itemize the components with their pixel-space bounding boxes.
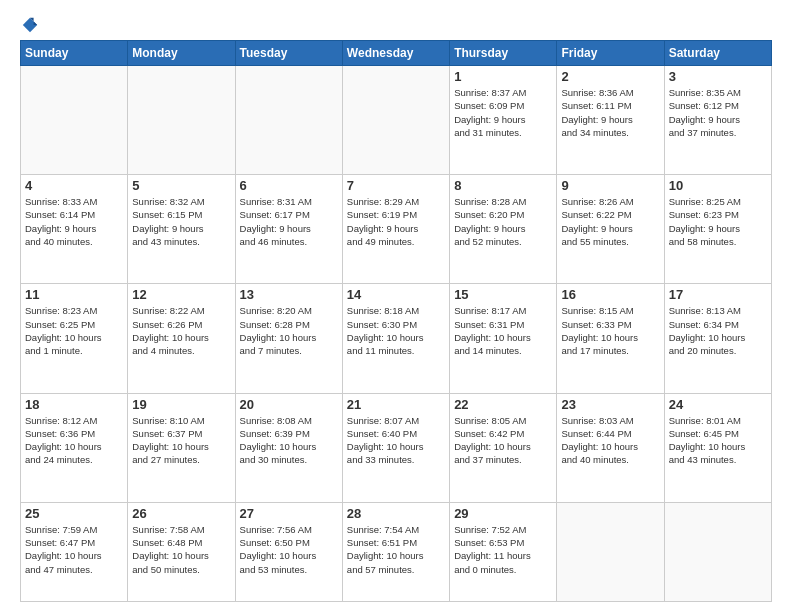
day-info: Sunrise: 8:13 AMSunset: 6:34 PMDaylight:…: [669, 304, 767, 357]
calendar-cell: 20Sunrise: 8:08 AMSunset: 6:39 PMDayligh…: [235, 393, 342, 502]
day-info: Sunrise: 8:10 AMSunset: 6:37 PMDaylight:…: [132, 414, 230, 467]
day-info: Sunrise: 8:01 AMSunset: 6:45 PMDaylight:…: [669, 414, 767, 467]
day-number: 16: [561, 287, 659, 302]
day-number: 11: [25, 287, 123, 302]
calendar-cell: 4Sunrise: 8:33 AMSunset: 6:14 PMDaylight…: [21, 175, 128, 284]
calendar-week-row: 4Sunrise: 8:33 AMSunset: 6:14 PMDaylight…: [21, 175, 772, 284]
calendar-cell: [128, 66, 235, 175]
day-info: Sunrise: 8:05 AMSunset: 6:42 PMDaylight:…: [454, 414, 552, 467]
day-info: Sunrise: 8:15 AMSunset: 6:33 PMDaylight:…: [561, 304, 659, 357]
day-info: Sunrise: 8:37 AMSunset: 6:09 PMDaylight:…: [454, 86, 552, 139]
day-info: Sunrise: 8:18 AMSunset: 6:30 PMDaylight:…: [347, 304, 445, 357]
day-number: 10: [669, 178, 767, 193]
day-number: 20: [240, 397, 338, 412]
day-info: Sunrise: 8:26 AMSunset: 6:22 PMDaylight:…: [561, 195, 659, 248]
day-info: Sunrise: 8:31 AMSunset: 6:17 PMDaylight:…: [240, 195, 338, 248]
calendar-cell: 5Sunrise: 8:32 AMSunset: 6:15 PMDaylight…: [128, 175, 235, 284]
weekday-header-friday: Friday: [557, 41, 664, 66]
weekday-header-sunday: Sunday: [21, 41, 128, 66]
calendar-cell: 8Sunrise: 8:28 AMSunset: 6:20 PMDaylight…: [450, 175, 557, 284]
calendar-cell: 17Sunrise: 8:13 AMSunset: 6:34 PMDayligh…: [664, 284, 771, 393]
day-number: 23: [561, 397, 659, 412]
day-info: Sunrise: 8:17 AMSunset: 6:31 PMDaylight:…: [454, 304, 552, 357]
logo: [20, 16, 39, 30]
day-number: 29: [454, 506, 552, 521]
logo-icon: [21, 16, 39, 34]
calendar-cell: 13Sunrise: 8:20 AMSunset: 6:28 PMDayligh…: [235, 284, 342, 393]
day-number: 27: [240, 506, 338, 521]
day-info: Sunrise: 8:23 AMSunset: 6:25 PMDaylight:…: [25, 304, 123, 357]
calendar-cell: 29Sunrise: 7:52 AMSunset: 6:53 PMDayligh…: [450, 502, 557, 601]
day-number: 2: [561, 69, 659, 84]
calendar-cell: 28Sunrise: 7:54 AMSunset: 6:51 PMDayligh…: [342, 502, 449, 601]
day-number: 12: [132, 287, 230, 302]
calendar-cell: 15Sunrise: 8:17 AMSunset: 6:31 PMDayligh…: [450, 284, 557, 393]
day-info: Sunrise: 7:54 AMSunset: 6:51 PMDaylight:…: [347, 523, 445, 576]
calendar-cell: 16Sunrise: 8:15 AMSunset: 6:33 PMDayligh…: [557, 284, 664, 393]
weekday-header-tuesday: Tuesday: [235, 41, 342, 66]
calendar-cell: 7Sunrise: 8:29 AMSunset: 6:19 PMDaylight…: [342, 175, 449, 284]
weekday-header-saturday: Saturday: [664, 41, 771, 66]
day-number: 22: [454, 397, 552, 412]
calendar-cell: [21, 66, 128, 175]
calendar-week-row: 18Sunrise: 8:12 AMSunset: 6:36 PMDayligh…: [21, 393, 772, 502]
calendar-week-row: 1Sunrise: 8:37 AMSunset: 6:09 PMDaylight…: [21, 66, 772, 175]
calendar-cell: [664, 502, 771, 601]
calendar-cell: 24Sunrise: 8:01 AMSunset: 6:45 PMDayligh…: [664, 393, 771, 502]
day-number: 25: [25, 506, 123, 521]
day-number: 4: [25, 178, 123, 193]
day-number: 8: [454, 178, 552, 193]
day-info: Sunrise: 8:25 AMSunset: 6:23 PMDaylight:…: [669, 195, 767, 248]
day-number: 6: [240, 178, 338, 193]
weekday-header-thursday: Thursday: [450, 41, 557, 66]
calendar-cell: 2Sunrise: 8:36 AMSunset: 6:11 PMDaylight…: [557, 66, 664, 175]
day-info: Sunrise: 8:08 AMSunset: 6:39 PMDaylight:…: [240, 414, 338, 467]
day-number: 13: [240, 287, 338, 302]
day-number: 17: [669, 287, 767, 302]
day-info: Sunrise: 7:52 AMSunset: 6:53 PMDaylight:…: [454, 523, 552, 576]
calendar-cell: 11Sunrise: 8:23 AMSunset: 6:25 PMDayligh…: [21, 284, 128, 393]
calendar-cell: 26Sunrise: 7:58 AMSunset: 6:48 PMDayligh…: [128, 502, 235, 601]
day-info: Sunrise: 8:03 AMSunset: 6:44 PMDaylight:…: [561, 414, 659, 467]
calendar-cell: 3Sunrise: 8:35 AMSunset: 6:12 PMDaylight…: [664, 66, 771, 175]
weekday-header-row: SundayMondayTuesdayWednesdayThursdayFrid…: [21, 41, 772, 66]
header: [20, 16, 772, 30]
day-number: 1: [454, 69, 552, 84]
day-info: Sunrise: 8:32 AMSunset: 6:15 PMDaylight:…: [132, 195, 230, 248]
day-number: 28: [347, 506, 445, 521]
day-number: 3: [669, 69, 767, 84]
day-info: Sunrise: 7:56 AMSunset: 6:50 PMDaylight:…: [240, 523, 338, 576]
day-number: 15: [454, 287, 552, 302]
day-number: 26: [132, 506, 230, 521]
day-number: 24: [669, 397, 767, 412]
day-info: Sunrise: 8:22 AMSunset: 6:26 PMDaylight:…: [132, 304, 230, 357]
day-info: Sunrise: 8:28 AMSunset: 6:20 PMDaylight:…: [454, 195, 552, 248]
calendar-cell: 10Sunrise: 8:25 AMSunset: 6:23 PMDayligh…: [664, 175, 771, 284]
day-info: Sunrise: 8:29 AMSunset: 6:19 PMDaylight:…: [347, 195, 445, 248]
day-info: Sunrise: 7:58 AMSunset: 6:48 PMDaylight:…: [132, 523, 230, 576]
day-info: Sunrise: 8:33 AMSunset: 6:14 PMDaylight:…: [25, 195, 123, 248]
calendar-week-row: 11Sunrise: 8:23 AMSunset: 6:25 PMDayligh…: [21, 284, 772, 393]
day-number: 9: [561, 178, 659, 193]
calendar-cell: [235, 66, 342, 175]
calendar-cell: 22Sunrise: 8:05 AMSunset: 6:42 PMDayligh…: [450, 393, 557, 502]
calendar-cell: 12Sunrise: 8:22 AMSunset: 6:26 PMDayligh…: [128, 284, 235, 393]
calendar-cell: [557, 502, 664, 601]
calendar-cell: 9Sunrise: 8:26 AMSunset: 6:22 PMDaylight…: [557, 175, 664, 284]
day-number: 21: [347, 397, 445, 412]
day-info: Sunrise: 8:35 AMSunset: 6:12 PMDaylight:…: [669, 86, 767, 139]
day-number: 14: [347, 287, 445, 302]
calendar-cell: 6Sunrise: 8:31 AMSunset: 6:17 PMDaylight…: [235, 175, 342, 284]
day-info: Sunrise: 8:20 AMSunset: 6:28 PMDaylight:…: [240, 304, 338, 357]
day-info: Sunrise: 8:36 AMSunset: 6:11 PMDaylight:…: [561, 86, 659, 139]
page: SundayMondayTuesdayWednesdayThursdayFrid…: [0, 0, 792, 612]
calendar-cell: 14Sunrise: 8:18 AMSunset: 6:30 PMDayligh…: [342, 284, 449, 393]
calendar-week-row: 25Sunrise: 7:59 AMSunset: 6:47 PMDayligh…: [21, 502, 772, 601]
calendar-cell: 19Sunrise: 8:10 AMSunset: 6:37 PMDayligh…: [128, 393, 235, 502]
day-number: 18: [25, 397, 123, 412]
day-info: Sunrise: 7:59 AMSunset: 6:47 PMDaylight:…: [25, 523, 123, 576]
calendar-cell: [342, 66, 449, 175]
calendar-cell: 23Sunrise: 8:03 AMSunset: 6:44 PMDayligh…: [557, 393, 664, 502]
calendar-cell: 21Sunrise: 8:07 AMSunset: 6:40 PMDayligh…: [342, 393, 449, 502]
calendar-cell: 1Sunrise: 8:37 AMSunset: 6:09 PMDaylight…: [450, 66, 557, 175]
